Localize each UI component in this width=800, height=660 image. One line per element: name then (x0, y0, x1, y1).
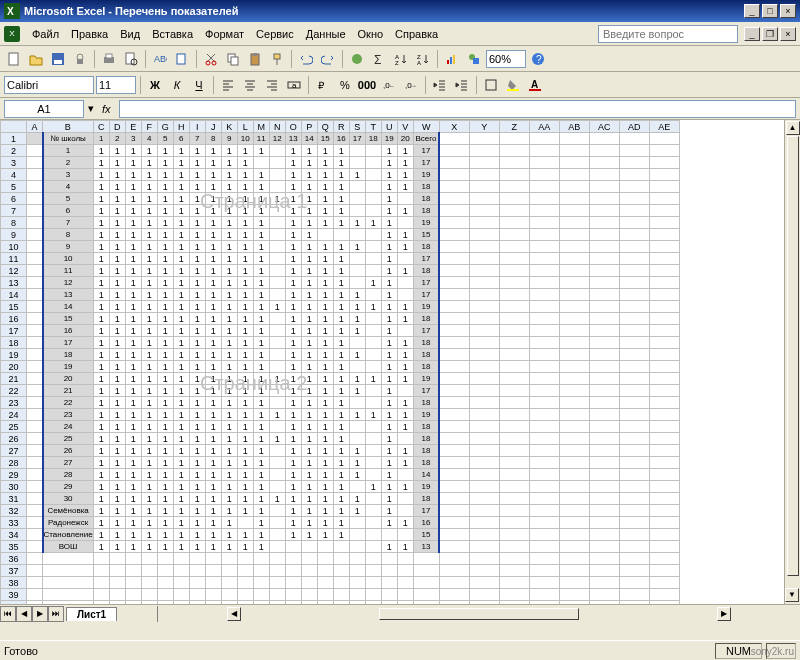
cell[interactable]: 1 (109, 253, 125, 265)
cell[interactable]: 1 (173, 481, 189, 493)
cell[interactable]: 1 (301, 361, 317, 373)
cell[interactable]: 18 (413, 265, 439, 277)
cell[interactable] (439, 493, 469, 505)
cell[interactable] (619, 157, 649, 169)
cell[interactable]: 1 (221, 529, 237, 541)
cell[interactable]: 1 (317, 205, 333, 217)
cell[interactable]: 1 (381, 433, 397, 445)
permission-button[interactable] (70, 49, 90, 69)
cell[interactable] (649, 457, 679, 469)
cell[interactable] (529, 469, 559, 481)
row-header[interactable]: 35 (1, 541, 27, 553)
cell[interactable]: 1 (333, 301, 349, 313)
cell[interactable]: 1 (173, 301, 189, 313)
cell[interactable] (469, 301, 499, 313)
cell[interactable] (469, 541, 499, 553)
tab-prev-button[interactable]: ◀ (16, 606, 32, 622)
cell[interactable] (269, 169, 285, 181)
cell[interactable] (529, 589, 559, 601)
cell[interactable]: 1 (205, 313, 221, 325)
cell[interactable] (589, 397, 619, 409)
cell[interactable] (649, 421, 679, 433)
cell[interactable]: 1 (381, 145, 397, 157)
cell[interactable]: 1 (317, 493, 333, 505)
cell[interactable] (365, 421, 381, 433)
cell[interactable]: 1 (173, 313, 189, 325)
cell[interactable] (27, 373, 43, 385)
cell[interactable] (589, 265, 619, 277)
cell[interactable]: 1 (333, 337, 349, 349)
cell[interactable] (269, 589, 285, 601)
dropdown-icon[interactable]: ▾ (88, 102, 94, 115)
cell[interactable] (269, 325, 285, 337)
cell[interactable] (189, 553, 205, 565)
cell[interactable] (559, 529, 589, 541)
row-header[interactable]: 31 (1, 493, 27, 505)
cell[interactable]: 1 (381, 229, 397, 241)
cell[interactable] (559, 457, 589, 469)
cell[interactable]: 1 (93, 349, 109, 361)
cell[interactable] (27, 517, 43, 529)
cell[interactable]: 18 (413, 181, 439, 193)
cell[interactable]: 1 (285, 337, 301, 349)
cell[interactable] (253, 601, 269, 605)
cell[interactable] (269, 253, 285, 265)
cell[interactable]: 1 (93, 253, 109, 265)
cell[interactable] (381, 601, 397, 605)
cell[interactable]: 1 (189, 289, 205, 301)
cell[interactable]: 19 (413, 169, 439, 181)
cell[interactable] (619, 133, 649, 145)
cell[interactable] (469, 325, 499, 337)
cell[interactable]: 1 (109, 313, 125, 325)
cell[interactable]: 18 (413, 421, 439, 433)
drawing-button[interactable] (464, 49, 484, 69)
cell[interactable] (529, 397, 559, 409)
cell[interactable]: 1 (173, 265, 189, 277)
cell[interactable]: 1 (141, 253, 157, 265)
cell[interactable] (619, 289, 649, 301)
cell[interactable] (589, 445, 619, 457)
cell[interactable] (499, 493, 529, 505)
cell[interactable]: 1 (237, 493, 253, 505)
cell[interactable] (365, 577, 381, 589)
cell[interactable] (649, 373, 679, 385)
cell[interactable] (559, 241, 589, 253)
cell[interactable]: 1 (205, 529, 221, 541)
cell[interactable] (269, 457, 285, 469)
cell[interactable] (589, 409, 619, 421)
cell[interactable]: 1 (397, 409, 413, 421)
cell[interactable] (619, 445, 649, 457)
cell[interactable]: 1 (253, 493, 269, 505)
cell[interactable] (589, 469, 619, 481)
cell[interactable]: 1 (189, 181, 205, 193)
cell[interactable] (27, 601, 43, 605)
col-header[interactable]: C (93, 121, 109, 133)
cell[interactable]: 1 (317, 145, 333, 157)
menu-insert[interactable]: Вставка (146, 26, 199, 42)
cell[interactable]: 1 (365, 481, 381, 493)
cell[interactable]: 1 (397, 145, 413, 157)
cell[interactable] (27, 481, 43, 493)
row-header[interactable]: 29 (1, 469, 27, 481)
cell[interactable]: 1 (109, 493, 125, 505)
cell[interactable] (529, 229, 559, 241)
spelling-button[interactable]: ABC (150, 49, 170, 69)
cell[interactable] (27, 565, 43, 577)
cell[interactable]: 1 (173, 457, 189, 469)
cell[interactable] (189, 565, 205, 577)
hscroll-thumb[interactable] (379, 608, 579, 620)
cell[interactable]: 1 (253, 277, 269, 289)
cell[interactable] (301, 541, 317, 553)
col-header[interactable]: L (237, 121, 253, 133)
cell[interactable]: 1 (285, 253, 301, 265)
cell[interactable] (469, 565, 499, 577)
cell[interactable] (499, 205, 529, 217)
cell[interactable]: 1 (189, 205, 205, 217)
cell[interactable]: 1 (381, 205, 397, 217)
cell[interactable] (317, 565, 333, 577)
font-color-button[interactable]: A (525, 75, 545, 95)
scroll-right-button[interactable]: ▶ (717, 607, 731, 621)
decrease-decimal-button[interactable]: ,0→ (401, 75, 421, 95)
cell[interactable]: 1 (173, 493, 189, 505)
cell[interactable]: 1 (237, 385, 253, 397)
